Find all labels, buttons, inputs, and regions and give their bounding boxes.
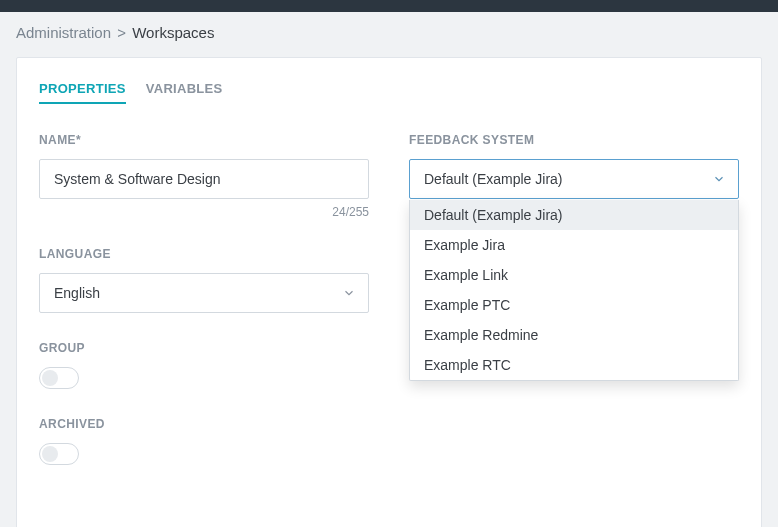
field-name: NAME* 24/255	[39, 133, 369, 219]
feedback-option[interactable]: Example RTC	[410, 350, 738, 380]
feedback-label: FEEDBACK SYSTEM	[409, 133, 739, 147]
name-input[interactable]	[39, 159, 369, 199]
tab-variables[interactable]: VARIABLES	[146, 81, 223, 102]
feedback-option[interactable]: Default (Example Jira)	[410, 200, 738, 230]
chevron-down-icon	[712, 172, 726, 186]
breadcrumb-parent-link[interactable]: Administration	[16, 24, 111, 41]
tab-properties[interactable]: PROPERTIES	[39, 81, 126, 104]
feedback-option[interactable]: Example PTC	[410, 290, 738, 320]
app-topbar	[0, 0, 778, 12]
chevron-down-icon	[342, 286, 356, 300]
language-select[interactable]: English	[39, 273, 369, 313]
feedback-dropdown-list[interactable]: Default (Example Jira)Example JiraExampl…	[409, 200, 739, 381]
field-language: LANGUAGE English	[39, 247, 369, 313]
breadcrumb: Administration > Workspaces	[0, 12, 778, 57]
toggle-knob	[42, 446, 58, 462]
feedback-option[interactable]: Example Redmine	[410, 320, 738, 350]
name-label: NAME*	[39, 133, 369, 147]
name-char-count: 24/255	[39, 205, 369, 219]
field-feedback-system: FEEDBACK SYSTEM Default (Example Jira) D…	[409, 133, 739, 199]
language-selected-value: English	[54, 285, 100, 301]
toggle-knob	[42, 370, 58, 386]
feedback-select[interactable]: Default (Example Jira)	[409, 159, 739, 199]
feedback-option[interactable]: Example Link	[410, 260, 738, 290]
tabs-bar: PROPERTIES VARIABLES	[39, 80, 739, 105]
archived-toggle[interactable]	[39, 443, 79, 465]
field-archived: ARCHIVED	[39, 417, 369, 465]
group-toggle[interactable]	[39, 367, 79, 389]
group-label: GROUP	[39, 341, 369, 355]
field-group: GROUP	[39, 341, 369, 389]
language-label: LANGUAGE	[39, 247, 369, 261]
workspace-form-card: PROPERTIES VARIABLES NAME* 24/255 LANGUA…	[16, 57, 762, 527]
breadcrumb-separator: >	[117, 24, 126, 41]
feedback-option[interactable]: Example Jira	[410, 230, 738, 260]
breadcrumb-current: Workspaces	[132, 24, 214, 41]
archived-label: ARCHIVED	[39, 417, 369, 431]
feedback-selected-value: Default (Example Jira)	[424, 171, 563, 187]
